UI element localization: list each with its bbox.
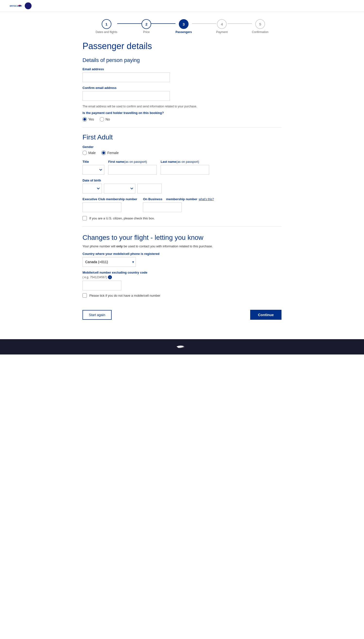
phone-input[interactable] xyxy=(82,281,121,290)
section-divider-2 xyxy=(82,226,282,227)
start-again-button[interactable]: Start again xyxy=(82,310,112,320)
no-radio-label[interactable]: No xyxy=(100,117,110,121)
flight-changes-section: Changes to your flight - letting you kno… xyxy=(82,234,282,298)
country-select-container: Country where your mobile/cell phone is … xyxy=(82,252,282,267)
progress-steps: 1 Dates and flights 2 Price 3 Passengers… xyxy=(0,12,364,36)
confirm-email-label: Confirm email address xyxy=(82,86,282,90)
dob-col: Date of birth xyxy=(82,178,162,193)
lastname-input[interactable] xyxy=(161,165,209,175)
dob-day-select[interactable] xyxy=(82,184,102,193)
title-select[interactable]: Mr Mrs Miss Ms Dr xyxy=(82,165,104,175)
firstname-input[interactable] xyxy=(108,165,157,175)
country-label: Country where your mobile/cell phone is … xyxy=(82,252,282,256)
confirm-email-group: Confirm email address xyxy=(82,86,282,101)
no-label-text: No xyxy=(106,117,110,121)
firstname-label: First name(as on passport) xyxy=(108,160,157,163)
step-2: 2 Price xyxy=(142,19,151,34)
footer xyxy=(0,339,364,354)
exec-club-input[interactable] xyxy=(82,202,121,212)
dob-label: Date of birth xyxy=(82,178,102,182)
yes-label-text: Yes xyxy=(88,117,94,121)
us-citizen-label[interactable]: If you are a U.S. citizen, please check … xyxy=(89,217,155,220)
us-citizen-checkbox[interactable] xyxy=(82,216,87,220)
page-title: Passenger details xyxy=(82,41,282,51)
step-5-label: Confirmation xyxy=(252,30,268,34)
connector-2-3 xyxy=(151,23,176,24)
no-mobile-row: Please tick if you do not have a mobile/… xyxy=(82,293,282,298)
us-citizen-row: If you are a U.S. citizen, please check … xyxy=(82,216,282,220)
oneworld-logo-icon xyxy=(25,3,32,9)
first-adult-title: First Adult xyxy=(82,133,282,141)
continue-button[interactable]: Continue xyxy=(250,310,282,320)
step-4-circle: 4 xyxy=(217,19,227,29)
country-select-wrapper: Canada (+011) United Kingdom (+044) Unit… xyxy=(82,257,136,267)
exec-club-col: Executive Club membership number xyxy=(82,197,137,212)
lastname-label: Last name(as on passport) xyxy=(161,160,209,163)
footer-swoosh-icon xyxy=(175,344,189,349)
male-radio[interactable] xyxy=(82,151,87,155)
step-3: 3 Passengers xyxy=(176,19,192,34)
lastname-col: Last name(as on passport) xyxy=(161,160,209,175)
on-business-label: On Business membership number what's thi… xyxy=(143,197,214,201)
step-4-label: Payment xyxy=(216,30,228,34)
connector-1-2 xyxy=(117,23,142,24)
connector-4-5 xyxy=(228,23,252,24)
mobile-label: Mobile/cell number excluding country cod… xyxy=(82,271,282,274)
step-1: 1 Dates and flights xyxy=(96,19,117,34)
membership-row: Executive Club membership number On Busi… xyxy=(82,197,282,212)
british-airways-logo: BRITISH AIRWAYS xyxy=(10,4,22,8)
female-radio-label[interactable]: Female xyxy=(102,151,119,155)
step-3-label: Passengers xyxy=(176,30,192,34)
on-business-col: On Business membership number what's thi… xyxy=(143,197,214,212)
mobile-field-group: Mobile/cell number excluding country cod… xyxy=(82,271,282,290)
firstname-suffix: (as on passport) xyxy=(124,160,147,163)
header: BRITISH AIRWAYS xyxy=(0,0,364,12)
yes-radio-label[interactable]: Yes xyxy=(82,117,94,121)
name-row: Title Mr Mrs Miss Ms Dr First name(as on… xyxy=(82,160,282,175)
flight-changes-title: Changes to your flight - letting you kno… xyxy=(82,234,282,242)
paying-section-title: Details of person paying xyxy=(82,57,282,63)
flight-notice: Your phone number will only be used to c… xyxy=(82,245,282,248)
gender-radio-group: Male Female xyxy=(82,151,282,155)
email-group: Email address xyxy=(82,67,282,82)
step-3-circle: 3 xyxy=(179,19,188,29)
section-divider-1 xyxy=(82,127,282,128)
female-radio[interactable] xyxy=(102,151,106,155)
confirm-email-input[interactable] xyxy=(82,91,170,101)
whats-this-link[interactable]: what's this? xyxy=(199,197,214,201)
mobile-example: ( e.g. 7541234567) i xyxy=(82,275,282,279)
firstname-col: First name(as on passport) xyxy=(108,160,157,175)
male-label-text: Male xyxy=(88,151,96,155)
action-row: Start again Continue xyxy=(82,305,282,320)
step-5: 5 Confirmation xyxy=(252,19,268,34)
payment-question: Is the payment card holder travelling on… xyxy=(82,111,282,115)
title-label: Title xyxy=(82,160,104,163)
dob-year-input[interactable] xyxy=(137,184,162,193)
lastname-suffix: (as on passport) xyxy=(176,160,199,163)
gender-label: Gender xyxy=(82,145,282,149)
connector-3-4 xyxy=(192,23,216,24)
footer-logo xyxy=(175,344,189,350)
exec-club-label: Executive Club membership number xyxy=(82,197,137,201)
step-2-label: Price xyxy=(143,30,150,34)
country-select[interactable]: Canada (+011) United Kingdom (+044) Unit… xyxy=(82,257,136,267)
no-mobile-checkbox[interactable] xyxy=(82,293,87,298)
male-radio-label[interactable]: Male xyxy=(82,151,96,155)
main-content: Passenger details Details of person payi… xyxy=(73,36,291,329)
info-icon[interactable]: i xyxy=(108,275,112,279)
dob-row: Date of birth xyxy=(82,178,282,193)
email-label: Email address xyxy=(82,67,282,71)
payment-radio-group: Yes No xyxy=(82,117,282,121)
step-5-circle: 5 xyxy=(255,19,265,29)
on-business-input[interactable] xyxy=(143,202,182,212)
step-1-circle: 1 xyxy=(102,19,112,29)
no-mobile-label[interactable]: Please tick if you do not have a mobile/… xyxy=(89,294,160,297)
flight-notice-bold: only xyxy=(116,245,123,248)
step-2-circle: 2 xyxy=(142,19,151,29)
title-col: Title Mr Mrs Miss Ms Dr xyxy=(82,160,104,175)
female-label-text: Female xyxy=(107,151,119,155)
dob-month-select[interactable] xyxy=(104,184,136,193)
email-input[interactable] xyxy=(82,72,170,82)
yes-radio[interactable] xyxy=(82,117,87,121)
no-radio[interactable] xyxy=(100,117,104,121)
